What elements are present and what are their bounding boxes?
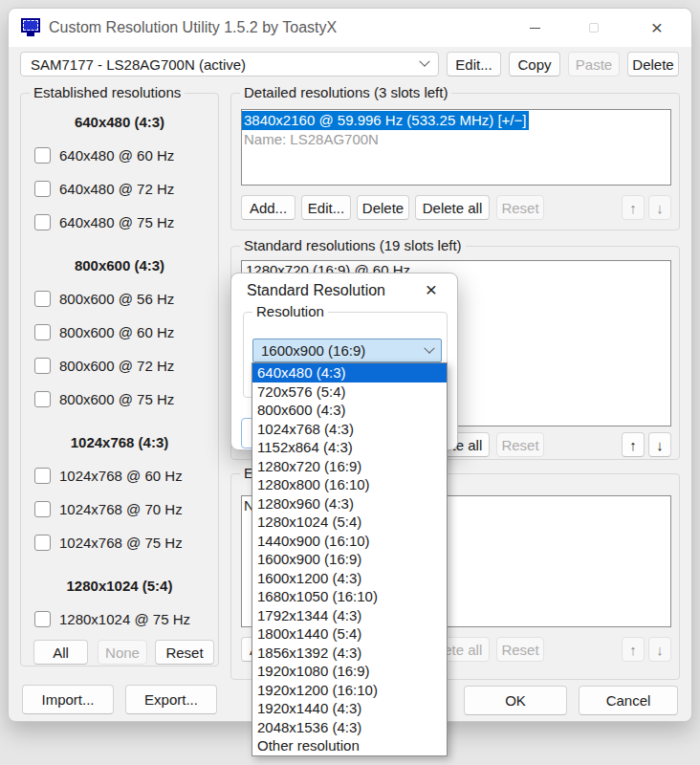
detailed-move-down-button: ↓: [648, 195, 671, 220]
checkbox-unchecked-icon[interactable]: [34, 391, 51, 407]
standard-move-down-button[interactable]: ↓: [648, 432, 671, 457]
resolution-dropdown-option[interactable]: 1800x1440 (5:4): [252, 624, 447, 644]
resolution-dropdown-option[interactable]: 1600x900 (16:9): [252, 550, 447, 569]
chevron-down-icon: [419, 56, 429, 67]
detailed-resolutions-title: Detailed resolutions (3 slots left): [240, 84, 451, 100]
maximize-button: [572, 9, 616, 47]
cancel-button[interactable]: Cancel: [579, 686, 678, 715]
resolution-checkbox-row[interactable]: 800x600 @ 72 Hz: [21, 349, 218, 382]
detailed-move-up-button: ↑: [622, 195, 645, 220]
resolution-dropdown-list[interactable]: 640x480 (4:3) 720x576 (5:4) 800x600 (4:3…: [252, 362, 448, 756]
extension-reset-button: Reset: [496, 637, 544, 662]
display-select[interactable]: SAM7177 - LS28AG700N (active): [20, 52, 439, 76]
resolution-dropdown-option[interactable]: 1280x960 (4:3): [252, 494, 447, 514]
resolution-checkbox-row[interactable]: 800x600 @ 75 Hz: [21, 382, 218, 416]
resolution-dropdown-option[interactable]: 640x480 (4:3): [252, 363, 447, 382]
established-reset-button[interactable]: Reset: [155, 640, 214, 665]
checkbox-unchecked-icon[interactable]: [34, 501, 51, 517]
resolution-dropdown-option[interactable]: 1280x800 (16:10): [252, 475, 447, 494]
ok-button[interactable]: OK: [464, 686, 567, 715]
resolution-group-800x600: 800x600 (4:3) 800x600 @ 56 Hz 800x600 @ …: [21, 249, 218, 416]
import-button[interactable]: Import...: [22, 685, 114, 714]
resolution-checkbox-row[interactable]: 1024x768 @ 75 Hz: [21, 526, 218, 559]
checkbox-label: 1024x768 @ 70 Hz: [59, 501, 183, 517]
resolution-dropdown-option[interactable]: 1280x1024 (5:4): [252, 513, 447, 532]
window-title: Custom Resolution Utility 1.5.2 by Toast…: [49, 9, 337, 47]
standard-move-up-button[interactable]: ↑: [622, 432, 645, 457]
resolution-checkbox-row[interactable]: 800x600 @ 56 Hz: [21, 282, 218, 316]
detailed-resolution-item-selected[interactable]: 3840x2160 @ 59.996 Hz (533.25 MHz) [+/−]: [242, 111, 529, 130]
extension-move-up-button: ↑: [622, 637, 645, 662]
checkbox-unchecked-icon[interactable]: [34, 358, 51, 374]
detailed-add-button[interactable]: Add...: [241, 195, 295, 220]
resolution-dropdown-option[interactable]: 1280x720 (16:9): [252, 457, 447, 476]
delete-display-button[interactable]: Delete: [627, 52, 679, 76]
checkbox-label: 1024x768 @ 60 Hz: [59, 468, 183, 484]
checkbox-label: 640x480 @ 72 Hz: [59, 181, 174, 197]
resolution-dropdown-option[interactable]: 800x600 (4:3): [252, 401, 447, 420]
resolution-group-1280x1024: 1280x1024 (5:4) 1280x1024 @ 75 Hz: [21, 569, 218, 636]
resolution-checkbox-row[interactable]: 800x600 @ 60 Hz: [21, 316, 218, 349]
checkbox-unchecked-icon[interactable]: [34, 611, 51, 627]
checkbox-unchecked-icon[interactable]: [34, 291, 51, 307]
detailed-delete-all-button[interactable]: Delete all: [415, 195, 490, 220]
resolution-dropdown-option[interactable]: 1920x1200 (16:10): [252, 681, 447, 700]
resolution-dropdown-option[interactable]: 1600x1200 (4:3): [252, 569, 447, 588]
checkbox-label: 1024x768 @ 75 Hz: [59, 535, 183, 551]
detailed-edit-button[interactable]: Edit...: [301, 195, 351, 220]
dialog-close-button[interactable]: ×: [417, 275, 446, 304]
resolution-dropdown-option[interactable]: 1152x864 (4:3): [252, 438, 447, 457]
detailed-delete-button[interactable]: Delete: [357, 195, 409, 220]
close-button[interactable]: ×: [635, 9, 679, 47]
checkbox-label: 1280x1024 @ 75 Hz: [59, 611, 190, 627]
checkbox-label: 800x600 @ 72 Hz: [59, 358, 174, 374]
resolution-checkbox-row[interactable]: 1280x1024 @ 75 Hz: [21, 602, 218, 636]
checkbox-unchecked-icon[interactable]: [34, 324, 51, 340]
minimize-icon: [530, 28, 540, 29]
resolution-dropdown-option[interactable]: Other resolution: [252, 736, 447, 755]
extension-move-down-button: ↓: [648, 637, 671, 662]
resolution-dropdown-option[interactable]: 1440x900 (16:10): [252, 532, 447, 551]
checkbox-unchecked-icon[interactable]: [34, 535, 51, 551]
main-window: Custom Resolution Utility 1.5.2 by Toast…: [8, 8, 692, 722]
resolution-checkbox-row[interactable]: 640x480 @ 75 Hz: [21, 206, 218, 239]
checkbox-unchecked-icon[interactable]: [34, 468, 51, 484]
resolution-dropdown-option[interactable]: 1024x768 (4:3): [252, 420, 447, 439]
checkbox-unchecked-icon[interactable]: [34, 147, 51, 164]
title-bar: Custom Resolution Utility 1.5.2 by Toast…: [9, 9, 691, 47]
standard-reset-button: Reset: [496, 432, 544, 457]
resolution-dropdown-option[interactable]: 1680x1050 (16:10): [252, 587, 447, 606]
detailed-resolution-name-line[interactable]: Name: LS28AG700N: [242, 130, 670, 149]
resolution-dropdown-option[interactable]: 1856x1392 (4:3): [252, 644, 447, 663]
resolution-combobox[interactable]: 1600x900 (16:9): [252, 339, 442, 362]
established-resolutions-group: Established resolutions 640x480 (4:3) 64…: [20, 93, 219, 667]
established-all-button[interactable]: All: [33, 640, 88, 665]
resolution-group-640x480: 640x480 (4:3) 640x480 @ 60 Hz 640x480 @ …: [21, 105, 218, 239]
resolution-dropdown-option[interactable]: 1920x1440 (4:3): [252, 699, 447, 718]
resolution-checkbox-row[interactable]: 640x480 @ 72 Hz: [21, 172, 218, 206]
resolution-checkbox-row[interactable]: 640x480 @ 60 Hz: [21, 139, 218, 172]
checkbox-label: 800x600 @ 56 Hz: [59, 291, 174, 307]
resolution-checkbox-row[interactable]: 1024x768 @ 70 Hz: [21, 492, 218, 526]
resolution-group-heading: 1024x768 (4:3): [21, 426, 218, 459]
edit-display-button[interactable]: Edit...: [447, 52, 501, 76]
paste-display-button: Paste: [568, 52, 620, 76]
resolution-group-1024x768: 1024x768 (4:3) 1024x768 @ 60 Hz 1024x768…: [21, 426, 218, 559]
checkbox-unchecked-icon[interactable]: [34, 214, 51, 230]
resolution-dropdown-option[interactable]: 1792x1344 (4:3): [252, 606, 447, 625]
detailed-reset-button: Reset: [496, 195, 544, 220]
resolution-dropdown-option[interactable]: 1920x1080 (16:9): [252, 662, 447, 681]
copy-display-button[interactable]: Copy: [509, 52, 560, 76]
detailed-resolutions-listbox[interactable]: 3840x2160 @ 59.996 Hz (533.25 MHz) [+/−]…: [241, 109, 671, 186]
resolution-dropdown-option[interactable]: 2048x1536 (4:3): [252, 718, 447, 737]
resolution-checkbox-row[interactable]: 1024x768 @ 60 Hz: [21, 459, 218, 492]
display-select-value: SAM7177 - LS28AG700N (active): [31, 56, 246, 73]
chevron-down-icon: [424, 342, 434, 353]
maximize-icon: [589, 23, 599, 33]
export-button[interactable]: Export...: [125, 685, 217, 714]
resolution-fieldset-label: Resolution: [252, 303, 328, 319]
resolution-dropdown-option[interactable]: 720x576 (5:4): [252, 382, 447, 402]
checkbox-label: 640x480 @ 60 Hz: [59, 147, 174, 164]
minimize-button[interactable]: [513, 9, 557, 47]
checkbox-unchecked-icon[interactable]: [34, 181, 51, 197]
